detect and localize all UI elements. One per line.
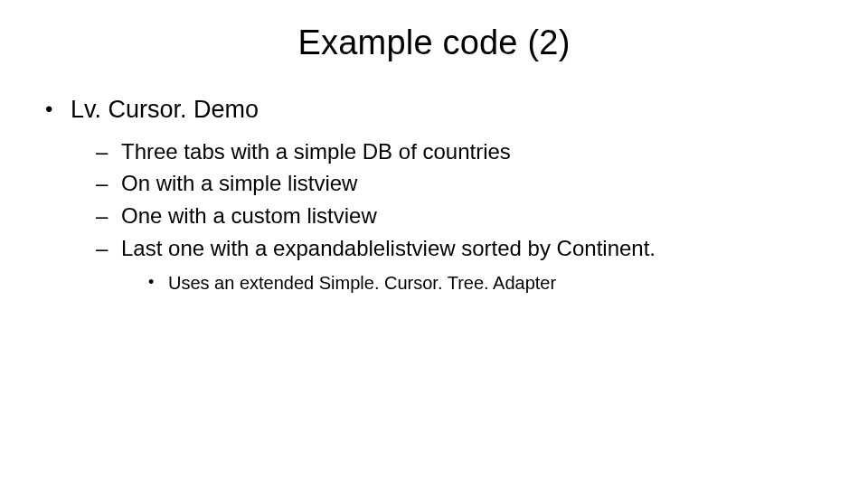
list-item-text: Last one with a expandablelistview sorte… xyxy=(121,236,656,260)
list-item-text: Three tabs with a simple DB of countries xyxy=(121,139,511,164)
list-item: Three tabs with a simple DB of countries xyxy=(96,136,832,167)
list-item: Uses an extended Simple. Cursor. Tree. A… xyxy=(146,270,832,296)
list-item-text: Lv. Cursor. Demo xyxy=(71,96,259,123)
list-item: Lv. Cursor. Demo Three tabs with a simpl… xyxy=(40,93,832,296)
bullet-list-level3: Uses an extended Simple. Cursor. Tree. A… xyxy=(121,270,832,296)
list-item: On with a simple listview xyxy=(96,168,832,199)
list-item: Last one with a expandablelistview sorte… xyxy=(96,233,832,296)
list-item-text: One with a custom listview xyxy=(121,203,377,228)
bullet-list-level2: Three tabs with a simple DB of countries… xyxy=(71,136,832,296)
slide: Example code (2) Lv. Cursor. Demo Three … xyxy=(0,0,868,488)
slide-title: Example code (2) xyxy=(36,23,832,62)
bullet-list-level1: Lv. Cursor. Demo Three tabs with a simpl… xyxy=(36,93,832,296)
list-item-text: On with a simple listview xyxy=(121,171,357,195)
list-item: One with a custom listview xyxy=(96,201,832,231)
list-item-text: Uses an extended Simple. Cursor. Tree. A… xyxy=(168,273,556,293)
